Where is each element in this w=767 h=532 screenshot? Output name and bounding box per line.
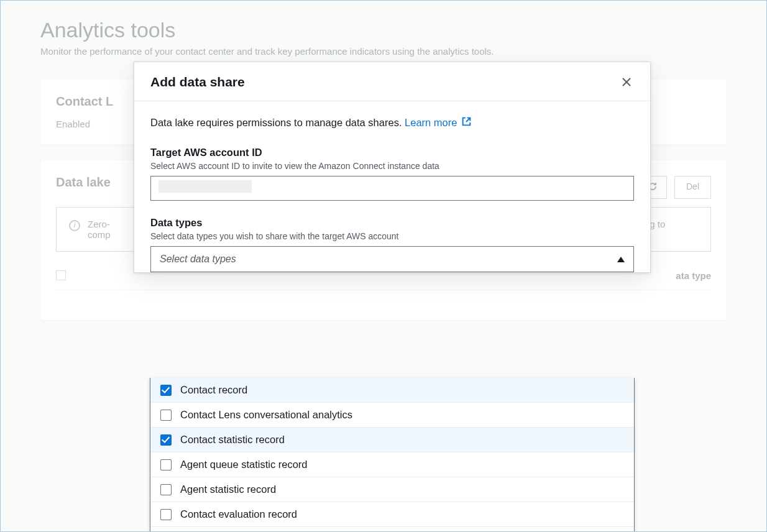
checkbox-icon (160, 385, 172, 396)
modal-body: Data lake requires permissions to manage… (134, 101, 650, 272)
checkbox-icon (160, 434, 172, 446)
learn-more-link[interactable]: Learn more (405, 117, 472, 128)
data-type-option[interactable]: Contact Lens conversational analytics (150, 402, 634, 427)
modal-title: Add data share (150, 75, 245, 89)
data-type-option[interactable]: Agent statistic record (150, 477, 634, 502)
chevron-up-icon (617, 257, 625, 262)
data-types-label: Data types (150, 217, 634, 229)
checkbox-icon (160, 459, 172, 470)
permission-text: Data lake requires permissions to manage… (150, 116, 634, 129)
external-link-icon (461, 116, 472, 129)
data-types-dropdown: Contact recordContact Lens conversationa… (150, 378, 635, 532)
checkbox-icon (160, 484, 172, 495)
checkbox-icon (160, 509, 172, 520)
data-type-option-label: Contact statistic record (180, 434, 285, 446)
close-button[interactable] (619, 75, 634, 89)
data-type-option-label: Contact record (180, 384, 247, 396)
data-type-option-label: Contact Lens conversational analytics (180, 409, 352, 421)
target-account-hint: Select AWS account ID to invite to view … (150, 161, 634, 171)
add-data-share-modal: Add data share Data lake requires permis… (134, 62, 651, 273)
data-types-hint: Select data types you wish to share with… (150, 231, 634, 241)
redacted-account-id (158, 180, 252, 193)
multiselect-placeholder: Select data types (160, 254, 236, 265)
data-type-option-label: Contact evaluation record (180, 508, 297, 520)
data-type-option[interactable]: Contact record (150, 378, 634, 402)
target-account-input[interactable] (150, 176, 634, 201)
data-type-option-label: Agent statistic record (180, 484, 276, 495)
data-type-option[interactable]: Contact flow events (150, 526, 634, 532)
data-type-option[interactable]: Agent queue statistic record (150, 452, 634, 477)
data-type-option[interactable]: Contact evaluation record (150, 502, 634, 526)
data-type-option[interactable]: Contact statistic record (150, 427, 634, 452)
checkbox-icon (160, 410, 172, 421)
modal-header: Add data share (134, 62, 650, 101)
target-account-label: Target AWS account ID (150, 147, 634, 158)
close-icon (621, 76, 632, 88)
data-type-option-label: Agent queue statistic record (180, 459, 308, 470)
data-types-multiselect[interactable]: Select data types (150, 246, 634, 272)
